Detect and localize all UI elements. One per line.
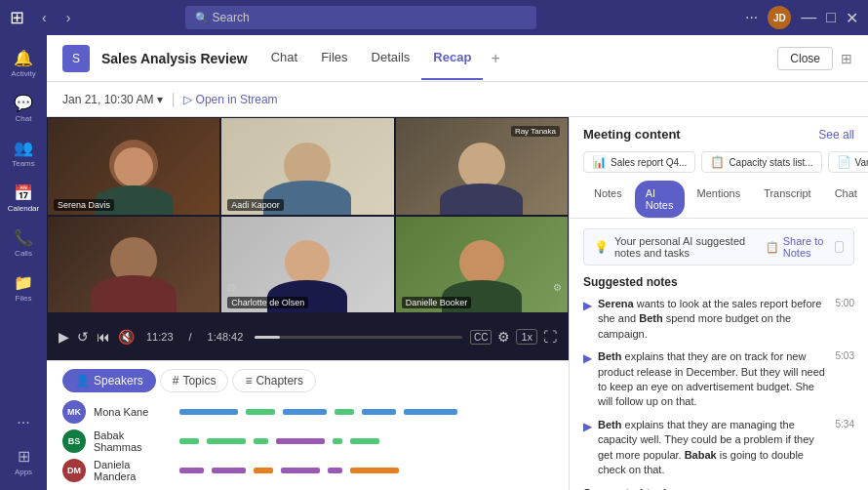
- sidebar-item-apps[interactable]: ⊞ Apps: [0, 441, 47, 482]
- file-chips: 📊 Sales report Q4... 📋 Capacity stats li…: [570, 147, 868, 181]
- note-time-3: 5:34: [832, 418, 854, 431]
- ai-banner-text: Your personal AI suggested notes and tas…: [614, 235, 766, 259]
- maximize-icon[interactable]: □: [826, 9, 836, 26]
- sidebar-item-more[interactable]: ···: [0, 408, 47, 437]
- video-cell-charlotte: Charlotte de Olsen ⊡: [220, 216, 394, 314]
- ai-tabs: Notes AI Notes Mentions Transcript Chat: [570, 181, 868, 219]
- chapters-label: Chapters: [256, 374, 303, 388]
- close-button[interactable]: Close: [777, 47, 833, 70]
- minimize-icon[interactable]: —: [801, 9, 816, 26]
- bars-mona: [179, 409, 553, 415]
- apps-label: Apps: [15, 468, 32, 476]
- more-icon: ···: [17, 414, 29, 431]
- activity-label: Activity: [11, 69, 35, 78]
- app-layout: 🔔 Activity 💬 Chat 👥 Teams 📅 Calendar 📞 C…: [0, 35, 868, 490]
- meeting-title: Sales Analysis Review: [101, 51, 248, 66]
- captions-button[interactable]: CC: [470, 330, 492, 345]
- see-all-link[interactable]: See all: [818, 128, 854, 142]
- ai-tab-chat[interactable]: Chat: [824, 181, 868, 218]
- file-chip-capacity[interactable]: 📋 Capacity stats list...: [701, 151, 821, 173]
- sidebar-item-chat[interactable]: 💬 Chat: [0, 88, 47, 129]
- tab-details[interactable]: Details: [360, 36, 422, 80]
- tab-files[interactable]: Files: [309, 36, 359, 80]
- note-item-3: ▶ Beth explains that they are managing t…: [583, 418, 854, 478]
- tab-speakers[interactable]: 👤 Speakers: [62, 369, 156, 392]
- note-time-1: 5:00: [832, 297, 854, 310]
- tab-topics[interactable]: # Topics: [160, 369, 229, 392]
- ai-tab-transcript[interactable]: Transcript: [753, 181, 822, 218]
- avatar-daniela: DM: [62, 459, 86, 482]
- teams-logo: ⊞: [10, 7, 24, 28]
- skip-back-button[interactable]: ⏮: [97, 329, 110, 345]
- chat-label: Chat: [16, 114, 32, 123]
- add-tab-button[interactable]: +: [483, 50, 507, 67]
- files-label: Files: [16, 294, 32, 303]
- sidebar-item-teams[interactable]: 👥 Teams: [0, 133, 47, 174]
- note-item-1: ▶ Serena wants to look at the sales repo…: [583, 297, 854, 342]
- play-button[interactable]: ▶: [59, 329, 69, 345]
- search-bar[interactable]: 🔍: [185, 6, 536, 29]
- topics-icon: #: [173, 374, 179, 388]
- suggested-notes-title: Suggested notes: [583, 275, 854, 289]
- progress-fill: [255, 336, 280, 339]
- date-selector[interactable]: Jan 21, 10:30 AM ▾: [62, 93, 163, 106]
- file-chip-sales[interactable]: 📊 Sales report Q4...: [583, 151, 695, 173]
- settings-button[interactable]: ⚙: [497, 329, 510, 345]
- file-name-pitch: VanArsdelPitchDe...: [855, 157, 868, 168]
- mute-button[interactable]: 🔇: [118, 329, 135, 345]
- restart-button[interactable]: ↺: [77, 329, 89, 345]
- top-bar: ⊞ ‹ › 🔍 ··· JD — □ ✕: [0, 0, 868, 35]
- meeting-tabs: Chat Files Details Recap +: [259, 36, 508, 80]
- sidebar-item-files[interactable]: 📁 Files: [0, 267, 47, 308]
- file-icon-pitch: 📄: [837, 155, 851, 169]
- fullscreen-button[interactable]: ⛶: [543, 329, 557, 345]
- activity-icon: 🔔: [14, 49, 33, 67]
- forward-button[interactable]: ›: [60, 8, 77, 27]
- tab-chat[interactable]: Chat: [259, 36, 309, 80]
- file-icon-capacity: 📋: [710, 155, 725, 169]
- ai-banner: 💡 Your personal AI suggested notes and t…: [583, 228, 854, 265]
- date-label: Jan 21, 10:30 AM: [62, 93, 153, 106]
- search-input[interactable]: [213, 11, 527, 24]
- open-stream-button[interactable]: ▷ Open in Stream: [183, 93, 278, 106]
- sidebar-item-activity[interactable]: 🔔 Activity: [0, 43, 47, 84]
- speed-control[interactable]: 1x: [516, 329, 537, 345]
- progress-bar[interactable]: [255, 336, 462, 339]
- share-notes-button[interactable]: 📋 Share to Notes: [766, 235, 844, 259]
- stream-icon: ▷: [183, 93, 192, 106]
- ai-tab-notes[interactable]: Notes: [583, 181, 633, 218]
- stream-label: Open in Stream: [196, 93, 278, 106]
- more-options-icon[interactable]: ···: [745, 9, 758, 26]
- bars-babak: [179, 438, 553, 444]
- file-chip-pitch[interactable]: 📄 VanArsdelPitchDe...: [828, 151, 868, 173]
- right-panel: Meeting content See all 📊 Sales report Q…: [569, 117, 868, 490]
- main-content: Serena Davis Aadi Kapoor: [47, 117, 868, 490]
- bars-daniela: [179, 468, 553, 473]
- video-controls-overlay[interactable]: ⊡: [227, 282, 235, 293]
- sidebar-item-calendar[interactable]: 📅 Calendar: [0, 178, 47, 219]
- tab-recap[interactable]: Recap: [421, 36, 483, 80]
- name-mona: Mona Kane: [94, 406, 172, 418]
- time-separator: /: [189, 331, 192, 343]
- share-icon: 📋: [766, 241, 779, 254]
- close-icon[interactable]: ✕: [846, 9, 858, 27]
- meeting-content-header: Meeting content See all: [570, 117, 868, 147]
- speaker-section: 👤 Speakers # Topics ≡ Chapters: [47, 360, 569, 490]
- sidebar-item-calls[interactable]: 📞 Calls: [0, 223, 47, 264]
- video-cell-carlos: [47, 216, 220, 314]
- expand-icon[interactable]: ⊞: [841, 51, 852, 66]
- avatar[interactable]: JD: [768, 6, 791, 29]
- ai-tab-ai-notes[interactable]: AI Notes: [635, 181, 685, 218]
- speakers-label: Speakers: [94, 374, 143, 388]
- ray-name-badge: Ray Tanaka: [511, 126, 560, 137]
- participant-name-charlotte: Charlotte de Olsen: [227, 297, 308, 308]
- video-area: Serena Davis Aadi Kapoor: [47, 117, 569, 490]
- calls-icon: 📞: [14, 228, 33, 247]
- share-checkbox-icon: [835, 241, 844, 253]
- ai-tab-mentions[interactable]: Mentions: [687, 181, 752, 218]
- header-right: Close ⊞: [777, 47, 852, 70]
- tab-chapters[interactable]: ≡ Chapters: [232, 369, 316, 392]
- meeting-content-title: Meeting content: [583, 127, 681, 142]
- back-button[interactable]: ‹: [36, 8, 53, 27]
- note-text-1: Serena wants to look at the sales report…: [598, 297, 826, 342]
